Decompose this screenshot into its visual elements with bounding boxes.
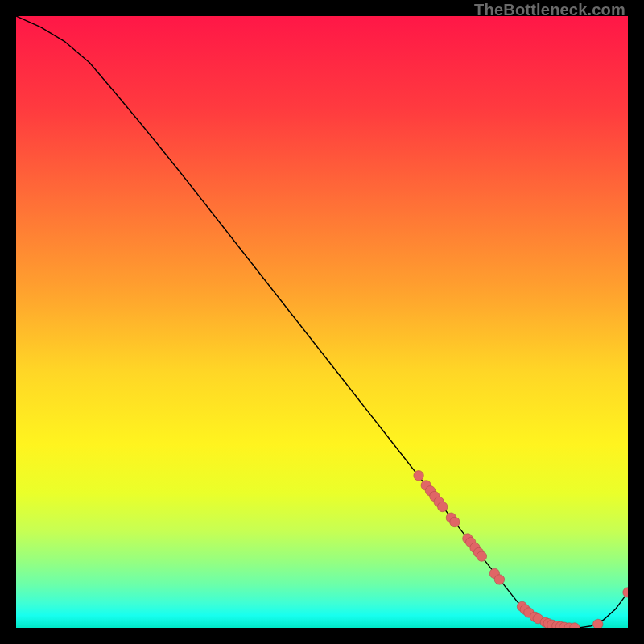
data-point (623, 588, 628, 597)
data-point (593, 619, 603, 628)
data-point (450, 517, 460, 526)
data-point (438, 502, 448, 511)
plot-area (16, 16, 628, 628)
data-point (477, 551, 486, 561)
chart-svg (16, 16, 628, 628)
cluster-dots (414, 471, 628, 628)
data-point (414, 471, 423, 481)
curve-line (16, 16, 628, 628)
data-point (494, 575, 504, 584)
chart-root: TheBottleneck.com (0, 0, 644, 644)
